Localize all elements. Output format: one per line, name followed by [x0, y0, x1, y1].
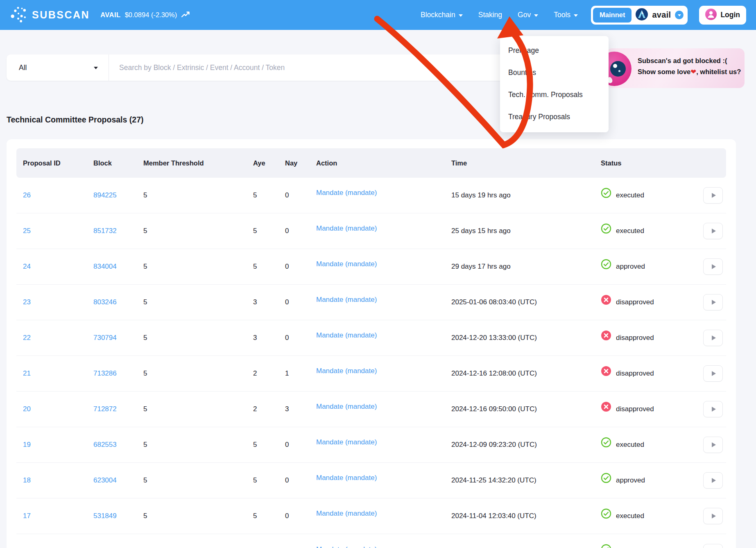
proposal-id-link[interactable]: 25	[23, 227, 93, 235]
row-detail-button[interactable]	[703, 187, 723, 204]
proposal-id-link[interactable]: 24	[23, 263, 93, 271]
row-detail-button[interactable]	[703, 294, 723, 310]
status-icon	[601, 439, 611, 451]
status-badge: disapproved	[601, 332, 703, 344]
proposal-id-link[interactable]: 20	[23, 405, 93, 413]
row-detail-button[interactable]	[703, 223, 723, 239]
proposal-id-link[interactable]: 23	[23, 298, 93, 306]
row-detail-button[interactable]	[703, 437, 723, 453]
gov-menu-item-preimage[interactable]: Preimage	[500, 39, 609, 61]
proposal-id-link[interactable]: 26	[23, 191, 93, 199]
status-icon	[601, 403, 611, 416]
gov-menu-item-bounties[interactable]: Bounties	[500, 61, 609, 84]
member-threshold-value: 5	[143, 298, 253, 306]
action-link[interactable]: Mandate (mandate)	[316, 224, 377, 233]
action-link[interactable]: Mandate (mandate)	[316, 260, 377, 268]
row-detail-button[interactable]	[703, 508, 723, 524]
nav-item-tools[interactable]: Tools	[554, 11, 578, 19]
chart-icon[interactable]	[181, 11, 190, 20]
row-detail-button[interactable]	[703, 330, 723, 346]
network-chevron-down-icon[interactable]	[675, 11, 684, 19]
nav-item-blockchain[interactable]: Blockchain	[421, 11, 463, 19]
button-cell	[703, 508, 723, 524]
x-circle-icon	[601, 294, 611, 305]
table-row: 18623004550Mandate (mandate)2024-11-25 1…	[16, 463, 726, 498]
action-cell: Mandate (mandate)	[316, 369, 451, 378]
nav-item-staking[interactable]: Staking	[478, 11, 502, 19]
nav-item-gov[interactable]: Gov	[518, 11, 538, 19]
action-cell: Mandate (mandate)	[316, 334, 451, 342]
check-circle-icon	[601, 437, 611, 448]
time-value: 2024-12-09 09:23:20 (UTC)	[451, 441, 601, 449]
check-circle-icon	[601, 259, 611, 269]
column-header-member-threshold: Member Threshold	[143, 159, 253, 167]
proposal-id-link[interactable]: 19	[23, 441, 93, 449]
nay-value: 0	[285, 334, 316, 342]
block-link[interactable]: 851732	[93, 227, 143, 235]
block-link[interactable]: 730794	[93, 334, 143, 342]
member-threshold-value: 5	[143, 334, 253, 342]
x-circle-icon	[601, 401, 611, 412]
row-detail-button[interactable]	[703, 258, 723, 275]
block-link[interactable]: 712872	[93, 405, 143, 413]
gov-menu-item-treasury-proposals[interactable]: Treasury Proposals	[500, 106, 609, 128]
block-link[interactable]: 682553	[93, 441, 143, 449]
token-price: AVAIL $0.0894 (-2.30%)	[100, 11, 190, 20]
chevron-down-icon	[534, 14, 538, 17]
action-link[interactable]: Mandate (mandate)	[316, 510, 377, 518]
status-badge: executed	[601, 439, 703, 451]
proposal-id-link[interactable]: 21	[23, 369, 93, 378]
block-link[interactable]: 623004	[93, 476, 143, 485]
status-label: disapproved	[616, 405, 654, 413]
button-cell	[703, 223, 723, 239]
block-link[interactable]: 834004	[93, 263, 143, 271]
table-row: 23803246530Mandate (mandate)2025-01-06 0…	[16, 285, 726, 320]
chevron-down-icon	[574, 14, 578, 17]
login-button[interactable]: Login	[699, 6, 746, 25]
nay-value: 0	[285, 512, 316, 520]
play-icon	[712, 264, 716, 269]
proposal-id-link[interactable]: 17	[23, 512, 93, 520]
action-link[interactable]: Mandate (mandate)	[316, 403, 377, 411]
block-link[interactable]: 803246	[93, 298, 143, 306]
play-icon	[712, 514, 716, 519]
table-row: 22730794530Mandate (mandate)2024-12-20 1…	[16, 320, 726, 356]
row-detail-button[interactable]	[703, 472, 723, 489]
button-cell	[703, 365, 723, 382]
action-link[interactable]: Mandate (mandate)	[316, 546, 377, 548]
ad-line1: Subscan's ad got blocked :(	[638, 55, 741, 66]
row-detail-button[interactable]	[703, 544, 723, 548]
action-cell: Mandate (mandate)	[316, 405, 451, 413]
action-link[interactable]: Mandate (mandate)	[316, 438, 377, 446]
row-detail-button[interactable]	[703, 401, 723, 417]
block-link[interactable]: 531849	[93, 512, 143, 520]
nay-value: 3	[285, 405, 316, 413]
table-row: 25851732550Mandate (mandate)25 days 15 h…	[16, 213, 726, 249]
gov-menu-item-tech-comm-proposals[interactable]: Tech. comm. Proposals	[500, 84, 609, 106]
action-link[interactable]: Mandate (mandate)	[316, 474, 377, 482]
network-switcher[interactable]: Mainnet avail	[591, 6, 688, 25]
time-value: 2025-01-06 08:03:40 (UTC)	[451, 298, 601, 306]
mainnet-button[interactable]: Mainnet	[593, 8, 632, 23]
ad-line2: Show some love❤, whitelist us?	[638, 66, 741, 77]
proposal-id-link[interactable]: 18	[23, 476, 93, 485]
x-circle-icon	[601, 330, 611, 341]
action-link[interactable]: Mandate (mandate)	[316, 296, 377, 304]
proposal-id-link[interactable]: 22	[23, 334, 93, 342]
block-link[interactable]: 713286	[93, 369, 143, 378]
token-symbol: AVAIL	[100, 11, 121, 19]
check-circle-icon	[601, 223, 611, 234]
subscan-logo[interactable]: SUBSCAN	[10, 6, 90, 25]
play-icon	[712, 407, 716, 412]
status-badge: disapproved	[601, 403, 703, 416]
search-filter-select[interactable]: All	[7, 54, 109, 81]
action-link[interactable]: Mandate (mandate)	[316, 367, 377, 375]
status-label: disapproved	[616, 334, 654, 342]
row-detail-button[interactable]	[703, 365, 723, 382]
column-header-action: Action	[316, 159, 451, 167]
block-link[interactable]: 894225	[93, 191, 143, 199]
status-icon	[601, 367, 611, 380]
action-link[interactable]: Mandate (mandate)	[316, 331, 377, 340]
table-row: 21713286521Mandate (mandate)2024-12-16 1…	[16, 356, 726, 392]
action-link[interactable]: Mandate (mandate)	[316, 189, 377, 197]
